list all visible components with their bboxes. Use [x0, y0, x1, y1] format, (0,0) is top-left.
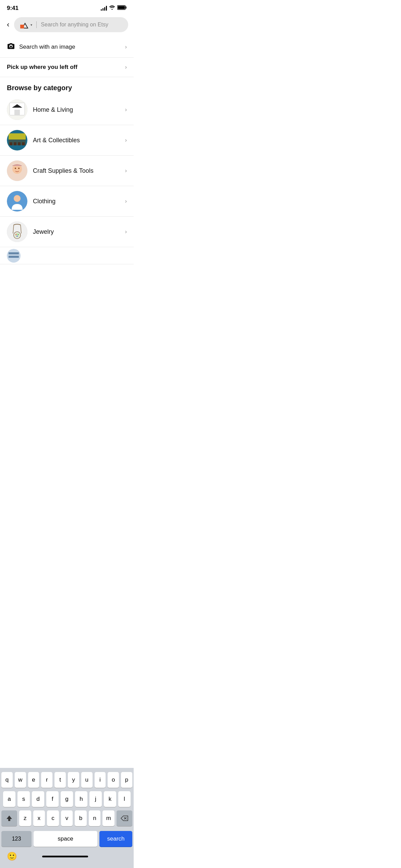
pick-up-label: Pick up where you left off [7, 64, 77, 71]
category-thumb-art [7, 130, 27, 150]
category-label-art: Art & Collectibles [33, 137, 80, 144]
search-header: ‹ ▾ Search for anything on Etsy [0, 14, 134, 36]
svg-rect-32 [9, 252, 19, 254]
svg-rect-9 [14, 110, 20, 115]
category-row-art-collectibles[interactable]: Art & Collectibles › [0, 125, 134, 156]
category-thumb-clothing [7, 191, 27, 212]
battery-icon [117, 5, 127, 11]
svg-rect-2 [118, 6, 125, 9]
search-with-image-label: Search with an image [19, 44, 75, 50]
etsy-brand-icon: ▾ [20, 21, 32, 29]
category-row-home-living[interactable]: Home & Living › [0, 95, 134, 125]
chevron-right-icon-3: › [125, 107, 127, 113]
svg-rect-33 [9, 256, 19, 258]
wifi-icon [109, 5, 115, 11]
search-input[interactable]: Search for anything on Etsy [41, 22, 123, 28]
category-thumb-jewelry [7, 221, 27, 242]
back-button[interactable]: ‹ [5, 19, 11, 31]
chevron-right-icon-2: › [125, 64, 127, 70]
camera-icon [7, 43, 15, 51]
category-row-partial[interactable] [0, 247, 134, 264]
svg-point-20 [18, 168, 20, 169]
category-thumb-partial [7, 249, 21, 263]
search-bar[interactable]: ▾ Search for anything on Etsy [14, 17, 128, 32]
status-bar: 9:41 [0, 0, 134, 14]
category-left-3: Craft Supplies & Tools [7, 160, 94, 181]
category-row-craft-supplies[interactable]: Craft Supplies & Tools › [0, 156, 134, 186]
category-left-5: Jewelry [7, 221, 54, 242]
search-with-image-row[interactable]: Search with an image › [0, 36, 134, 58]
svg-rect-16 [22, 142, 25, 145]
svg-rect-1 [126, 7, 127, 9]
status-time: 9:41 [7, 5, 19, 12]
pick-up-row[interactable]: Pick up where you left off › [0, 58, 134, 77]
svg-point-29 [17, 234, 19, 235]
svg-rect-13 [10, 142, 12, 145]
svg-rect-15 [18, 142, 21, 145]
chevron-right-icon-5: › [125, 168, 127, 174]
category-label-craft: Craft Supplies & Tools [33, 167, 94, 174]
status-icons [101, 5, 127, 11]
chevron-right-icon: › [125, 44, 127, 50]
search-bar-divider [36, 21, 37, 28]
svg-rect-14 [14, 142, 16, 145]
signal-icon [101, 6, 107, 11]
svg-point-22 [14, 195, 21, 202]
category-section-title: Browse by category [0, 77, 134, 95]
chevron-right-icon-6: › [125, 198, 127, 204]
chevron-right-icon-7: › [125, 229, 127, 235]
category-row-clothing[interactable]: Clothing › [0, 186, 134, 217]
category-thumb-craft [7, 160, 27, 181]
category-left-2: Art & Collectibles [7, 130, 80, 150]
category-thumb-home-living [7, 99, 27, 120]
category-row-jewelry[interactable]: Jewelry › [0, 217, 134, 247]
search-with-image-left: Search with an image [7, 43, 75, 51]
svg-rect-4 [20, 25, 24, 28]
category-label-clothing: Clothing [33, 198, 56, 205]
svg-point-19 [15, 168, 16, 169]
svg-point-28 [15, 234, 17, 235]
category-label-jewelry: Jewelry [33, 228, 54, 236]
svg-point-5 [10, 46, 12, 48]
content-area: Search with an image › Pick up where you… [0, 36, 134, 264]
category-left-4: Clothing [7, 191, 56, 212]
category-label-home-living: Home & Living [33, 106, 73, 113]
svg-point-30 [16, 236, 18, 237]
dropdown-arrow-icon: ▾ [31, 23, 32, 27]
category-left: Home & Living [7, 99, 73, 120]
chevron-right-icon-4: › [125, 137, 127, 143]
brand-shapes [20, 21, 29, 29]
